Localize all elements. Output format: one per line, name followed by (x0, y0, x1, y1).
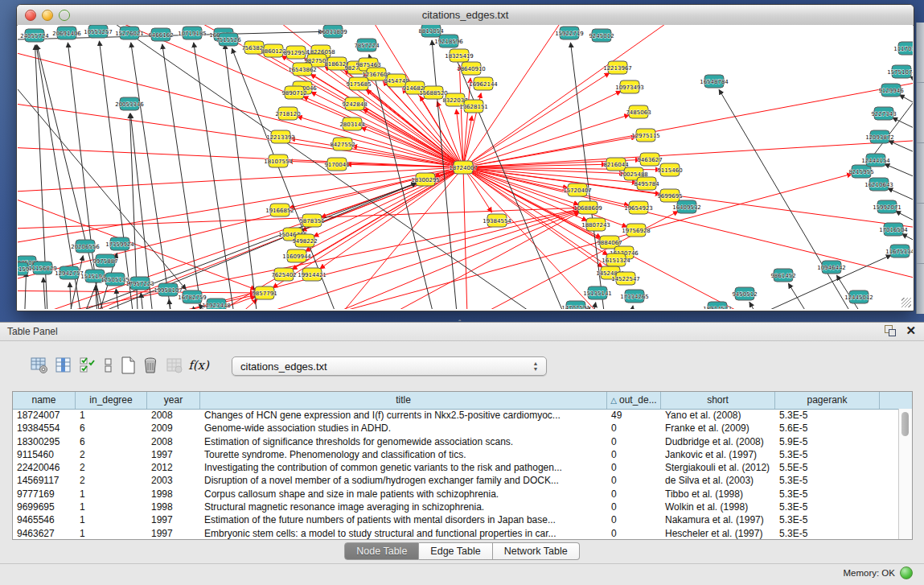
float-panel-icon[interactable] (885, 325, 896, 336)
table-cell[interactable]: 9777169 (13, 488, 76, 501)
table-settings-icon[interactable] (29, 355, 50, 376)
table-cell[interactable]: Corpus callosum shape and size in male p… (200, 488, 607, 501)
memory-status-icon[interactable] (900, 566, 913, 579)
table-row[interactable]: 1830029562008Estimation of significance … (13, 435, 899, 448)
table-cell[interactable]: 2008 (147, 435, 200, 448)
graph-edge[interactable] (18, 97, 463, 167)
graph-edge[interactable] (224, 44, 259, 309)
table-cell[interactable]: 2008 (147, 409, 200, 422)
table-row[interactable]: 911546021997Tourette syndrome. Phenomeno… (13, 448, 899, 461)
column-header-year[interactable]: year (147, 392, 200, 409)
graph-edge[interactable] (463, 138, 913, 167)
table-cell[interactable]: 6 (76, 435, 147, 448)
graph-edge[interactable] (463, 91, 621, 167)
close-panel-icon[interactable]: ✕ (906, 325, 916, 336)
graph-edge[interactable] (297, 117, 463, 167)
table-cell[interactable]: Yano et al. (2008) (661, 409, 775, 422)
table-cell[interactable]: Changes of HCN gene expression and I(f) … (200, 409, 607, 422)
window-titlebar[interactable]: citations_edges.txt (17, 5, 914, 26)
graph-edge[interactable] (18, 167, 463, 194)
table-cell[interactable]: 9463627 (13, 527, 76, 539)
table-cell[interactable]: 0 (607, 461, 661, 474)
table-cell[interactable]: 5.3E-5 (775, 527, 880, 539)
tab-network-table[interactable]: Network Table (493, 542, 580, 560)
table-cell[interactable]: 5.3E-5 (775, 474, 880, 487)
table-cell[interactable]: 1 (76, 527, 147, 539)
column-header-outde[interactable]: △out_de... (607, 392, 661, 409)
table-cell[interactable]: 5.3E-5 (775, 513, 880, 526)
table-cell[interactable]: Embryonic stem cells: a model to study s… (200, 527, 607, 539)
function-builder-icon[interactable]: f(x) (188, 355, 209, 376)
table-row[interactable]: 946362711997Embryonic stem cells: a mode… (13, 527, 899, 539)
table-cell[interactable]: 0 (607, 448, 661, 461)
table-scrollbar[interactable] (898, 409, 912, 539)
table-cell[interactable]: 1 (76, 409, 147, 422)
table-cell[interactable]: Hescheler et al. (1997) (661, 527, 775, 539)
table-row[interactable]: 1938455462009Genome-wide association stu… (13, 422, 899, 435)
table-cell[interactable]: 14569117 (13, 474, 76, 487)
splitter-handle-icon[interactable]: ˆ (458, 319, 461, 328)
table-cell[interactable]: Estimation of the future numbers of pati… (200, 513, 607, 526)
table-cell[interactable]: 5.9E-5 (775, 435, 880, 448)
table-select-dropdown[interactable]: citations_edges.txt ▲▼ (232, 356, 547, 376)
table-cell[interactable]: 9115460 (13, 448, 76, 461)
table-row[interactable]: 1456911722003Disruption of a novel membe… (13, 474, 899, 487)
scrollbar-thumb[interactable] (901, 412, 909, 436)
graph-edge[interactable] (463, 167, 913, 290)
table-row[interactable]: 1872400712008Changes of HCN gene express… (13, 409, 899, 422)
tab-node-table[interactable]: Node Table (344, 542, 419, 560)
table-cell[interactable]: Investigating the contribution of common… (200, 461, 607, 474)
table-cell[interactable]: 0 (607, 435, 661, 448)
table-cell[interactable]: de Silva et al. (2003) (661, 474, 775, 487)
table-cell[interactable]: 19384554 (13, 422, 76, 435)
window-resize-grip[interactable] (901, 298, 911, 307)
column-header-name[interactable]: name (13, 392, 76, 409)
table-cell[interactable]: 2 (76, 461, 147, 474)
minimize-window-icon[interactable] (42, 10, 53, 21)
table-cell[interactable]: 9699695 (13, 501, 76, 513)
table-cell[interactable]: 5.3E-5 (775, 409, 880, 422)
graph-edge[interactable] (463, 73, 913, 167)
table-cell[interactable]: Stergiakouli et al. (2012) (661, 461, 775, 474)
column-header-indegree[interactable]: in_degree (76, 392, 147, 409)
graph-edge[interactable] (18, 290, 255, 293)
table-cell[interactable]: Franke et al. (2009) (661, 422, 775, 435)
table-cell[interactable]: 0 (607, 488, 661, 501)
table-cell[interactable]: Genome-wide association studies in ADHD. (200, 422, 607, 435)
table-cell[interactable]: 1 (76, 488, 147, 501)
graph-edge[interactable] (788, 283, 818, 309)
table-cell[interactable]: 0 (607, 527, 661, 539)
table-cell[interactable]: 1997 (147, 513, 200, 526)
table-cell[interactable]: 1 (76, 513, 147, 526)
table-cell[interactable]: 2009 (147, 422, 200, 435)
table-cell[interactable]: 0 (607, 422, 661, 435)
column-header-short[interactable]: short (661, 392, 775, 409)
table-cell[interactable]: 5.5E-5 (775, 461, 880, 474)
column-header-title[interactable]: title (200, 392, 607, 409)
graph-edge[interactable] (889, 141, 913, 168)
table-cell[interactable]: 5.6E-5 (775, 422, 880, 435)
graph-edge[interactable] (749, 302, 766, 309)
table-column-icon[interactable] (53, 355, 74, 376)
table-cell[interactable]: Structural magnetic resonance image aver… (200, 501, 607, 513)
table-row[interactable]: 969969511998Structural magnetic resonanc… (13, 501, 899, 513)
table-cell[interactable]: 9465546 (13, 513, 76, 526)
table-cell[interactable]: 18300295 (13, 435, 76, 448)
graph-edge[interactable] (899, 95, 913, 123)
zoom-window-icon[interactable] (59, 10, 70, 21)
table-cell[interactable]: Disruption of a novel member of a sodium… (200, 474, 607, 487)
table-cell[interactable]: Nakamura et al. (1997) (661, 513, 775, 526)
tab-edge-table[interactable]: Edge Table (419, 542, 492, 560)
table-cell[interactable]: 2 (76, 474, 147, 487)
table-cell[interactable]: 1998 (147, 501, 200, 513)
close-window-icon[interactable] (25, 10, 36, 21)
delete-icon[interactable] (140, 355, 161, 376)
table-row[interactable]: 977716911998Corpus callosum shape and si… (13, 488, 899, 501)
table-cell[interactable]: Jankovic et al. (1997) (661, 448, 775, 461)
table-cell[interactable]: 0 (607, 501, 661, 513)
table-cell[interactable]: Tourette syndrome. Phenomenology and cla… (200, 448, 607, 461)
table-cell[interactable]: 1 (76, 501, 147, 513)
table-cell[interactable]: 1997 (147, 448, 200, 461)
table-cell[interactable]: 2012 (147, 461, 200, 474)
table-cell[interactable]: 1998 (147, 488, 200, 501)
